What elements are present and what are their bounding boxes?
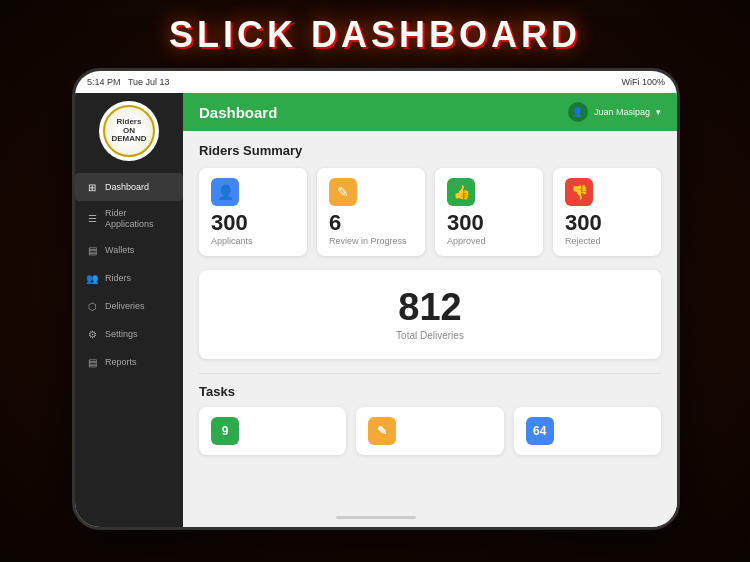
task-card-2: ✎ xyxy=(356,407,503,455)
dashboard-icon: ⊞ xyxy=(85,180,99,194)
logo-inner: RidersONDEMAND xyxy=(103,105,155,157)
sidebar-label-riders: Riders xyxy=(105,273,131,284)
sidebar-label-rider-applications: Rider Applications xyxy=(105,208,173,230)
task-icon-1: 9 xyxy=(211,417,239,445)
sidebar-label-wallets: Wallets xyxy=(105,245,134,256)
sidebar-item-riders[interactable]: 👥 Riders xyxy=(75,265,183,293)
deliveries-icon: ⬡ xyxy=(85,300,99,314)
review-number: 6 xyxy=(329,212,341,234)
reports-icon: ▤ xyxy=(85,356,99,370)
user-avatar-icon: 👤 xyxy=(572,107,583,117)
logo: RidersONDEMAND xyxy=(99,101,159,161)
header: Dashboard 👤 Juan Masipag ▾ xyxy=(183,93,677,131)
sidebar-item-reports[interactable]: ▤ Reports xyxy=(75,349,183,377)
applicants-card: 👤 300 Applicants xyxy=(199,168,307,256)
user-name: Juan Masipag xyxy=(594,107,650,117)
approved-card: 👍 300 Approved xyxy=(435,168,543,256)
tablet-frame: 5:14 PM Tue Jul 13 WiFi 100% RidersONDEM… xyxy=(72,68,680,530)
dropdown-chevron-icon: ▾ xyxy=(656,107,661,117)
wallets-icon: ▤ xyxy=(85,244,99,258)
task-card-1: 9 xyxy=(199,407,346,455)
total-deliveries-number: 812 xyxy=(217,288,643,326)
sidebar-item-deliveries[interactable]: ⬡ Deliveries xyxy=(75,293,183,321)
tasks-title: Tasks xyxy=(199,384,661,399)
approved-label: Approved xyxy=(447,236,486,246)
total-deliveries-label: Total Deliveries xyxy=(217,330,643,341)
sidebar-label-settings: Settings xyxy=(105,329,138,340)
status-bar: 5:14 PM Tue Jul 13 WiFi 100% xyxy=(75,71,677,93)
task-icon-2: ✎ xyxy=(368,417,396,445)
header-user: 👤 Juan Masipag ▾ xyxy=(568,102,661,122)
sidebar-item-wallets[interactable]: ▤ Wallets xyxy=(75,237,183,265)
settings-icon: ⚙ xyxy=(85,328,99,342)
task-icon-3: 64 xyxy=(526,417,554,445)
summary-title: Riders Summary xyxy=(199,143,661,158)
status-wifi: WiFi 100% xyxy=(621,77,665,87)
sidebar-item-rider-applications[interactable]: ☰ Rider Applications xyxy=(75,201,183,237)
review-label: Review in Progress xyxy=(329,236,407,246)
sidebar-label-dashboard: Dashboard xyxy=(105,182,149,193)
sidebar-label-deliveries: Deliveries xyxy=(105,301,145,312)
divider xyxy=(199,373,661,374)
sidebar-item-settings[interactable]: ⚙ Settings xyxy=(75,321,183,349)
content-area: Riders Summary 👤 300 Applicants ✎ 6 Revi… xyxy=(183,131,677,527)
review-icon: ✎ xyxy=(329,178,357,206)
total-deliveries-card: 812 Total Deliveries xyxy=(199,270,661,359)
task-card-3: 64 xyxy=(514,407,661,455)
sidebar-item-dashboard[interactable]: ⊞ Dashboard xyxy=(75,173,183,201)
approved-number: 300 xyxy=(447,212,484,234)
review-card: ✎ 6 Review in Progress xyxy=(317,168,425,256)
riders-icon: 👥 xyxy=(85,272,99,286)
scroll-indicator xyxy=(336,516,416,519)
sidebar: RidersONDEMAND ⊞ Dashboard ☰ Rider Appli… xyxy=(75,93,183,527)
rejected-icon: 👎 xyxy=(565,178,593,206)
rider-applications-icon: ☰ xyxy=(85,212,99,226)
user-avatar: 👤 xyxy=(568,102,588,122)
rejected-label: Rejected xyxy=(565,236,601,246)
tasks-row: 9 ✎ 64 xyxy=(199,407,661,455)
sidebar-label-reports: Reports xyxy=(105,357,137,368)
approved-icon: 👍 xyxy=(447,178,475,206)
page-title: SLICK DASHBOARD xyxy=(0,14,750,56)
applicants-label: Applicants xyxy=(211,236,253,246)
main-content: Dashboard 👤 Juan Masipag ▾ Riders Summar… xyxy=(183,93,677,527)
logo-text: RidersONDEMAND xyxy=(111,118,146,144)
applicants-icon: 👤 xyxy=(211,178,239,206)
summary-cards-row: 👤 300 Applicants ✎ 6 Review in Progress … xyxy=(199,168,661,256)
rejected-number: 300 xyxy=(565,212,602,234)
rejected-card: 👎 300 Rejected xyxy=(553,168,661,256)
header-title: Dashboard xyxy=(199,104,277,121)
applicants-number: 300 xyxy=(211,212,248,234)
app-container: RidersONDEMAND ⊞ Dashboard ☰ Rider Appli… xyxy=(75,93,677,527)
status-time: 5:14 PM Tue Jul 13 xyxy=(87,77,170,87)
